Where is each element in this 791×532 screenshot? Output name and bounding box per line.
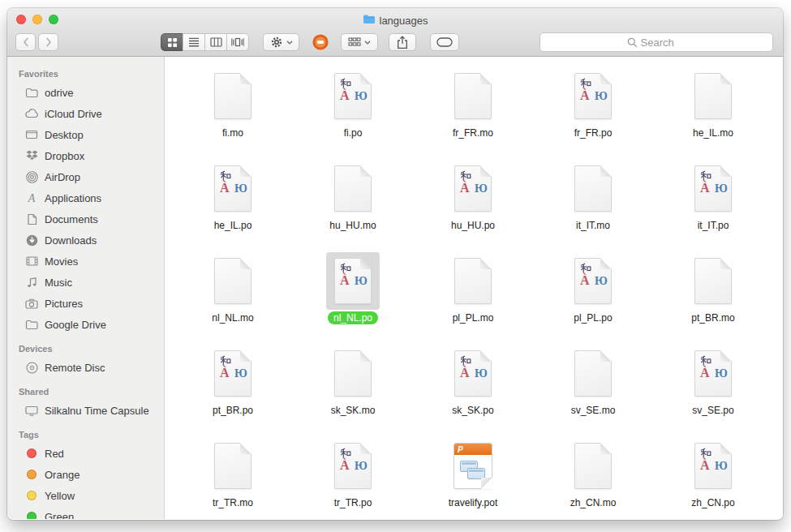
icon-view-button[interactable] bbox=[161, 33, 183, 51]
file-item-fr-FR-po[interactable]: ÀЮ fr_FR.po bbox=[533, 63, 653, 156]
sidebar-item-orange[interactable]: Orange bbox=[7, 464, 164, 485]
file-item-he-IL-po[interactable]: ÀЮ he_IL.po bbox=[173, 156, 293, 248]
cloud-icon bbox=[24, 109, 39, 118]
column-view-button[interactable] bbox=[204, 33, 227, 51]
tag-button[interactable] bbox=[430, 33, 459, 51]
display-icon bbox=[24, 405, 39, 416]
file-name: sk_SK.po bbox=[446, 404, 499, 417]
file-name: zh_CN.po bbox=[686, 496, 740, 509]
file-item-sk-SK-po[interactable]: ÀЮ sk_SK.po bbox=[413, 341, 533, 433]
file-item-pt-BR-mo[interactable]: pt_BR.mo bbox=[653, 248, 773, 341]
yellow-tag-icon bbox=[27, 491, 37, 500]
file-item-fr-FR-mo[interactable]: fr_FR.mo bbox=[413, 63, 533, 156]
file-item-it-IT-mo[interactable]: it_IT.mo bbox=[533, 156, 653, 248]
search-field[interactable] bbox=[540, 32, 773, 52]
file-item-nl-NL-mo[interactable]: nl_NL.mo bbox=[173, 248, 293, 341]
window-body: Favorites odrive iCloud Drive Desktop Dr… bbox=[7, 57, 783, 519]
po-file-icon: ÀЮ bbox=[694, 443, 732, 489]
sidebar-item-silkalnu-time-capsule[interactable]: Silkalnu Time Capsule bbox=[7, 400, 164, 421]
cyrillic-glyph: Ю bbox=[234, 183, 247, 195]
sidebar-section: Favorites odrive iCloud Drive Desktop Dr… bbox=[7, 60, 164, 335]
window-title: languages bbox=[380, 15, 428, 27]
sidebar-item-icloud-drive[interactable]: iCloud Drive bbox=[7, 103, 164, 124]
file-name: he_IL.mo bbox=[687, 127, 739, 139]
sidebar-item-remote-disc[interactable]: Remote Disc bbox=[7, 357, 164, 378]
odrive-badge-button[interactable] bbox=[312, 33, 329, 51]
sidebar-item-downloads[interactable]: Downloads bbox=[7, 230, 164, 251]
sidebar-item-music[interactable]: Music bbox=[7, 272, 164, 293]
coverflow-view-button[interactable] bbox=[226, 33, 249, 51]
list-view-button[interactable] bbox=[183, 33, 205, 51]
share-icon bbox=[397, 36, 408, 49]
sidebar-item-google-drive[interactable]: Google Drive bbox=[7, 314, 164, 335]
sidebar-item-odrive[interactable]: odrive bbox=[7, 82, 164, 103]
file-name: pl_PL.mo bbox=[447, 311, 500, 324]
file-item-pl-PL-mo[interactable]: pl_PL.mo bbox=[413, 248, 533, 341]
file-name: pt_BR.po bbox=[207, 404, 259, 417]
file-item-he-IL-mo[interactable]: he_IL.mo bbox=[653, 63, 773, 156]
file-item-zh-CN-po[interactable]: ÀЮ zh_CN.po bbox=[653, 433, 773, 519]
window-title-row: languages bbox=[7, 14, 783, 27]
applications-icon: A bbox=[24, 192, 39, 204]
cjk-glyph-icon bbox=[700, 170, 711, 182]
file-item-tr-TR-po[interactable]: ÀЮ tr_TR.po bbox=[293, 433, 413, 519]
sidebar-item-green[interactable]: Green bbox=[7, 506, 164, 519]
odrive-icon bbox=[312, 33, 329, 51]
file-item-sv-SE-mo[interactable]: sv_SE.mo bbox=[533, 341, 653, 433]
po-file-icon: ÀЮ bbox=[214, 350, 251, 397]
sidebar-item-movies[interactable]: Movies bbox=[7, 251, 164, 272]
gear-icon bbox=[270, 36, 283, 49]
share-button[interactable] bbox=[389, 33, 416, 51]
sidebar-section: Devices Remote Disc bbox=[7, 335, 164, 378]
mo-file-icon bbox=[214, 258, 251, 304]
cyrillic-glyph: Ю bbox=[475, 183, 488, 195]
forward-button[interactable] bbox=[38, 33, 58, 51]
file-item-fi-po[interactable]: ÀЮ fi.po bbox=[293, 63, 413, 156]
sidebar-item-label: Green bbox=[45, 511, 74, 520]
sidebar-item-airdrop[interactable]: AirDrop bbox=[7, 166, 164, 187]
sidebar-item-applications[interactable]: A Applications bbox=[7, 187, 164, 208]
file-item-nl-NL-po[interactable]: ÀЮ nl_NL.po bbox=[293, 248, 413, 341]
file-item-pl-PL-po[interactable]: ÀЮ pl_PL.po bbox=[533, 248, 653, 341]
sidebar-item-dropbox[interactable]: Dropbox bbox=[7, 145, 164, 166]
file-item-pt-BR-po[interactable]: ÀЮ pt_BR.po bbox=[173, 341, 293, 433]
sidebar: Favorites odrive iCloud Drive Desktop Dr… bbox=[7, 57, 165, 519]
file-item-sv-SE-po[interactable]: ÀЮ sv_SE.po bbox=[653, 341, 773, 433]
arrange-menu-button[interactable] bbox=[341, 33, 378, 51]
file-item-travelify-pot[interactable]: P travelify.pot bbox=[413, 433, 533, 519]
mo-file-icon bbox=[214, 73, 251, 119]
sidebar-item-pictures[interactable]: Pictures bbox=[7, 293, 164, 314]
mo-file-icon bbox=[694, 73, 732, 119]
po-file-icon: ÀЮ bbox=[694, 165, 732, 212]
latin-glyph: À bbox=[460, 182, 470, 195]
file-item-hu-HU-mo[interactable]: hu_HU.mo bbox=[293, 156, 413, 248]
search-input[interactable] bbox=[641, 36, 686, 49]
file-item-fi-mo[interactable]: fi.mo bbox=[173, 63, 293, 156]
sidebar-item-yellow[interactable]: Yellow bbox=[7, 485, 164, 506]
file-name: sv_SE.mo bbox=[565, 404, 621, 417]
po-file-icon: ÀЮ bbox=[574, 73, 612, 119]
cyrillic-glyph: Ю bbox=[355, 461, 368, 472]
coverflow-view-icon bbox=[231, 37, 244, 47]
file-item-hu-HU-po[interactable]: ÀЮ hu_HU.po bbox=[413, 156, 533, 248]
cjk-glyph-icon bbox=[340, 263, 351, 274]
sidebar-item-documents[interactable]: Documents bbox=[7, 208, 164, 230]
sidebar-item-label: Pictures bbox=[45, 298, 83, 310]
cyrillic-glyph: Ю bbox=[355, 276, 368, 287]
pot-file-icon: P bbox=[454, 443, 492, 489]
orange-tag-icon bbox=[27, 470, 37, 479]
sidebar-item-red[interactable]: Red bbox=[7, 443, 164, 464]
mo-file-icon bbox=[694, 258, 732, 304]
sidebar-item-desktop[interactable]: Desktop bbox=[7, 124, 164, 145]
file-grid: fi.mo ÀЮ fi.po fr_FR.mo ÀЮ fr_FR.po he_I… bbox=[165, 57, 783, 519]
file-item-sk-SK-mo[interactable]: sk_SK.mo bbox=[293, 341, 413, 433]
file-item-it-IT-po[interactable]: ÀЮ it_IT.po bbox=[653, 156, 773, 248]
folder-icon bbox=[24, 88, 39, 98]
back-button[interactable] bbox=[15, 33, 36, 51]
po-file-icon: ÀЮ bbox=[454, 165, 492, 212]
file-item-tr-TR-mo[interactable]: tr_TR.mo bbox=[173, 433, 293, 519]
latin-glyph: À bbox=[700, 367, 710, 380]
file-item-zh-CN-mo[interactable]: zh_CN.mo bbox=[533, 433, 653, 519]
mo-file-icon bbox=[334, 165, 372, 212]
action-menu-button[interactable] bbox=[263, 33, 299, 51]
